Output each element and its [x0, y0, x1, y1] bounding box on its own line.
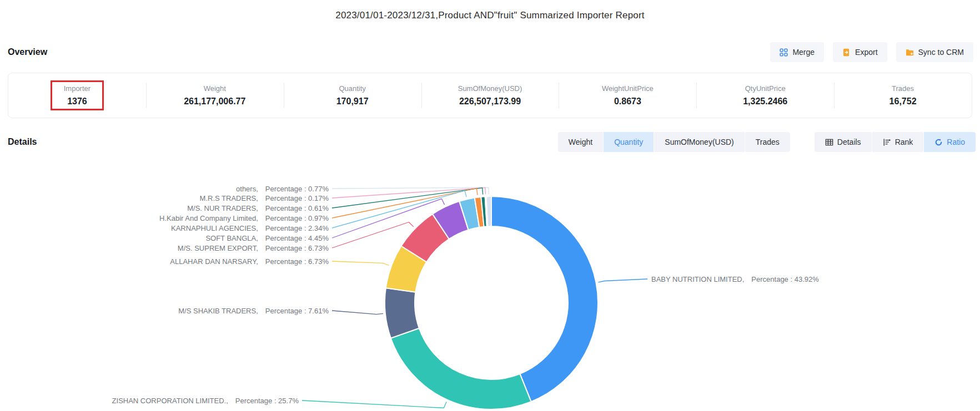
- tab-quantity[interactable]: Quantity: [603, 132, 654, 152]
- overview-stats-card: Importer 1376 Weight 261,177,006.77 Quan…: [8, 73, 972, 118]
- pie-label-name: ALLAHAR DAN NARSARY,: [170, 257, 258, 266]
- importer-highlight-box: Importer 1376: [51, 80, 104, 110]
- merge-icon: [780, 48, 788, 57]
- pie-label-percentage: Percentage : 43.92%: [751, 275, 818, 283]
- view-tab-ratio[interactable]: Ratio: [923, 132, 976, 152]
- pie-label-percentage: Percentage : 0.61%: [265, 204, 329, 212]
- pie-label-percentage: Percentage : 4.45%: [265, 234, 329, 242]
- tab-label: Ratio: [947, 138, 965, 146]
- pie-label-percentage: Percentage : 2.34%: [265, 224, 329, 232]
- stat-label: Weight: [184, 84, 245, 93]
- pie-label-percentage: Percentage : 6.73%: [265, 244, 329, 252]
- pie-label-name: M/S. NUR TRADERS,: [187, 204, 258, 212]
- details-heading: Details: [8, 137, 37, 147]
- export-button[interactable]: Export: [833, 42, 887, 62]
- stat-qty-unit-price: QtyUnitPrice 1,325.2466: [696, 80, 834, 110]
- pie-label-baby-nutrition-limited: BABY NUTRITION LIMITED,Percentage : 43.9…: [651, 275, 819, 283]
- pie-label-percentage: Percentage : 6.73%: [265, 257, 329, 266]
- page-title: 2023/01/01-2023/12/31,Product AND"fruit"…: [0, 10, 980, 21]
- overview-header: Overview Merge Export Sync to CRM: [8, 40, 973, 64]
- pie-label-m-s-suprem-export: M/S. SUPREM EXPORT,Percentage : 6.73%: [178, 244, 329, 252]
- tab-label: Weight: [569, 138, 592, 146]
- view-tabs: Details Rank Ratio: [815, 132, 976, 152]
- pie-label-percentage: Percentage : 0.77%: [265, 185, 329, 193]
- pie-slice-zishan-corporation-limited[interactable]: [391, 328, 531, 409]
- pie-label-line-m-s-shakib-traders: [332, 311, 383, 314]
- pie-label-name: ZISHAN CORPORATION LIMITED.,: [112, 397, 228, 405]
- pie-label-name: KARNAPHULI AGENCIES,: [171, 224, 258, 232]
- pie-label-line-others: [332, 187, 489, 194]
- stat-weight-unit-price: WeightUnitPrice 0.8673: [559, 80, 696, 110]
- stat-importer: Importer 1376: [8, 80, 146, 110]
- pie-label-allahar-dan-narsary: ALLAHAR DAN NARSARY,Percentage : 6.73%: [170, 257, 329, 266]
- pie-label-m-s-shakib-traders: M/S SHAKIB TRADERS,Percentage : 7.61%: [178, 307, 329, 315]
- rank-icon: [883, 138, 891, 146]
- ratio-icon: [934, 138, 943, 146]
- stat-quantity: Quantity 170,917: [284, 80, 421, 110]
- details-header: Details Weight Quantity SumOfMoney(USD) …: [8, 132, 976, 152]
- pie-slice-others[interactable]: [486, 196, 491, 226]
- sync-to-crm-button[interactable]: Sync to CRM: [896, 42, 973, 62]
- sync-to-crm-icon: [906, 48, 914, 57]
- pie-label-line-baby-nutrition-limited: [598, 279, 647, 282]
- pie-label-name: M/S SHAKIB TRADERS,: [178, 307, 258, 315]
- tab-label: Quantity: [614, 138, 643, 146]
- view-tab-details[interactable]: Details: [815, 132, 872, 152]
- stat-weight: Weight 261,177,006.77: [146, 80, 284, 110]
- details-toolbars: Weight Quantity SumOfMoney(USD) Trades D…: [558, 132, 976, 152]
- pie-label-percentage: Percentage : 0.17%: [265, 194, 329, 202]
- export-button-label: Export: [855, 48, 877, 57]
- tab-sum-of-money[interactable]: SumOfMoney(USD): [654, 132, 744, 152]
- stat-value: 261,177,006.77: [184, 97, 245, 106]
- table-icon: [825, 138, 833, 146]
- stat-value: 1376: [64, 97, 91, 106]
- pie-label-name: H.Kabir And Company Limited,: [159, 214, 258, 222]
- stat-label: SumOfMoney(USD): [458, 84, 522, 93]
- pie-label-m-r-s-traders: M.R.S TRADERS,Percentage : 0.17%: [200, 194, 329, 202]
- tab-trades[interactable]: Trades: [745, 132, 790, 152]
- pie-label-percentage: Percentage : 0.97%: [265, 214, 329, 222]
- pie-label-name: M.R.S TRADERS,: [200, 194, 258, 202]
- pie-label-percentage: Percentage : 25.7%: [235, 397, 299, 405]
- pie-label-soft-bangla: SOFT BANGLA,Percentage : 4.45%: [205, 234, 329, 242]
- stat-label: Importer: [64, 84, 91, 93]
- pie-slice-baby-nutrition-limited[interactable]: [491, 196, 598, 402]
- stat-label: WeightUnitPrice: [602, 84, 654, 93]
- overview-actions: Merge Export Sync to CRM: [770, 42, 973, 62]
- stat-label: Quantity: [336, 84, 369, 93]
- overview-heading: Overview: [8, 47, 47, 57]
- merge-button-label: Merge: [792, 48, 815, 57]
- pie-label-percentage: Percentage : 7.61%: [265, 307, 329, 315]
- pie-label-others: others,Percentage : 0.77%: [236, 185, 329, 193]
- sync-to-crm-button-label: Sync to CRM: [918, 48, 964, 57]
- stat-label: Trades: [889, 84, 917, 93]
- pie-label-name: SOFT BANGLA,: [205, 234, 258, 242]
- view-tab-rank[interactable]: Rank: [872, 132, 924, 152]
- pie-label-h-kabir-and-company-limited: H.Kabir And Company Limited,Percentage :…: [159, 214, 329, 222]
- export-icon: [842, 48, 851, 57]
- pie-label-line-m-r-s-traders: [332, 187, 486, 198]
- stat-value: 170,917: [336, 97, 369, 106]
- pie-label-name: others,: [236, 185, 258, 193]
- stat-trades: Trades 16,752: [834, 80, 972, 110]
- pie-label-m-s-nur-traders: M/S. NUR TRADERS,Percentage : 0.61%: [187, 204, 329, 212]
- tab-label: Details: [837, 138, 861, 146]
- stat-value: 16,752: [889, 97, 917, 106]
- tab-label: Rank: [895, 138, 913, 146]
- pie-label-name: M/S. SUPREM EXPORT,: [178, 244, 258, 252]
- tab-weight[interactable]: Weight: [558, 132, 603, 152]
- pie-label-zishan-corporation-limited: ZISHAN CORPORATION LIMITED.,Percentage :…: [112, 397, 299, 405]
- merge-button[interactable]: Merge: [770, 42, 824, 62]
- pie-label-line-m-s-suprem-export: [332, 222, 414, 248]
- stat-sum-of-money: SumOfMoney(USD) 226,507,173.99: [421, 80, 559, 110]
- stat-value: 226,507,173.99: [458, 97, 522, 106]
- pie-label-line-zishan-corporation-limited: [302, 400, 446, 408]
- pie-label-karnaphuli-agencies: KARNAPHULI AGENCIES,Percentage : 2.34%: [171, 224, 329, 232]
- pie-label-line-allahar-dan-narsary: [332, 261, 389, 266]
- metric-tabs: Weight Quantity SumOfMoney(USD) Trades: [558, 132, 790, 152]
- tab-label: Trades: [756, 138, 780, 146]
- tab-label: SumOfMoney(USD): [665, 138, 733, 146]
- stat-label: QtyUnitPrice: [743, 84, 787, 93]
- pie-label-name: BABY NUTRITION LIMITED,: [651, 275, 744, 283]
- stat-value: 1,325.2466: [743, 97, 787, 106]
